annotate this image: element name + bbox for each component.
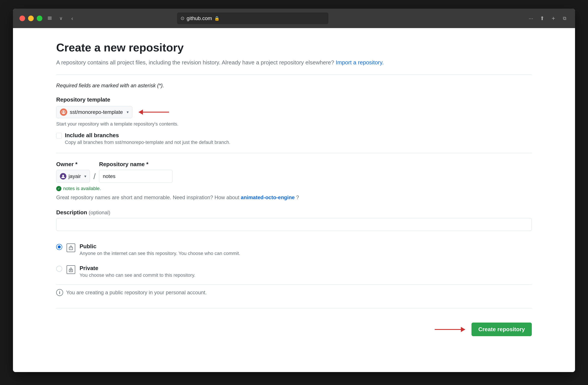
template-hint: Start your repository with a template re… bbox=[56, 121, 532, 127]
repo-name-input[interactable] bbox=[99, 170, 172, 183]
repo-name-label: Repository name * bbox=[99, 161, 172, 168]
suggestion-link[interactable]: animated-octo-engine bbox=[241, 194, 295, 200]
visibility-section: Public Anyone on the internet can see th… bbox=[56, 239, 532, 282]
owner-dropdown[interactable]: jayair ▾ bbox=[56, 170, 90, 183]
owner-label: Owner * bbox=[56, 161, 90, 168]
arrow-annotation-create bbox=[435, 329, 465, 330]
description-section: Description (optional) bbox=[56, 209, 532, 239]
template-section: Repository template sst/monorepo-templat… bbox=[56, 96, 532, 145]
url-text: github.com bbox=[187, 15, 212, 21]
availability-text: notes is available. bbox=[63, 186, 101, 191]
template-divider bbox=[56, 153, 532, 153]
required-note: Required fields are marked with an aster… bbox=[56, 82, 532, 89]
slash-divider: / bbox=[90, 170, 99, 183]
svg-point-10 bbox=[71, 270, 71, 271]
sidebar-toggle[interactable] bbox=[46, 15, 54, 22]
check-icon: ✓ bbox=[56, 186, 61, 191]
private-icon bbox=[67, 265, 75, 274]
optional-tag: (optional) bbox=[89, 210, 110, 215]
chevron-down-icon: ▾ bbox=[127, 110, 129, 115]
import-link[interactable]: Import a repository. bbox=[336, 59, 384, 66]
repo-name-field-group: Repository name * bbox=[99, 161, 172, 183]
include-branches-content: Include all branches Copy all branches f… bbox=[65, 132, 231, 145]
svg-point-5 bbox=[63, 111, 64, 112]
address-bar[interactable]: ⊙ github.com 🔒 bbox=[177, 13, 328, 24]
availability-message: ✓ notes is available. bbox=[56, 186, 532, 191]
template-selector-row: sst/monorepo-template ▾ bbox=[56, 106, 532, 118]
page-subtitle: A repository contains all project files,… bbox=[56, 58, 532, 67]
include-branches-checkbox[interactable] bbox=[56, 133, 62, 139]
page-content: Create a new repository A repository con… bbox=[13, 28, 575, 372]
svg-rect-0 bbox=[48, 17, 52, 17]
svg-point-6 bbox=[62, 175, 64, 177]
owner-name: jayair bbox=[68, 173, 81, 179]
minimize-button[interactable] bbox=[28, 16, 34, 21]
public-radio[interactable] bbox=[56, 244, 62, 250]
page-title: Create a new repository bbox=[56, 41, 532, 54]
public-option: Public Anyone on the internet can see th… bbox=[56, 239, 532, 261]
description-input[interactable] bbox=[56, 218, 532, 231]
template-org-icon bbox=[60, 108, 67, 116]
public-desc: Anyone on the internet can see this repo… bbox=[80, 251, 532, 256]
private-desc: You choose who can see and commit to thi… bbox=[80, 272, 532, 278]
template-name: sst/monorepo-template bbox=[70, 109, 123, 115]
more-options-icon[interactable]: ··· bbox=[527, 15, 535, 22]
private-radio[interactable] bbox=[56, 266, 62, 272]
include-branches-label: Include all branches bbox=[65, 132, 231, 139]
arrow-annotation-template bbox=[139, 112, 169, 113]
private-option: Private You choose who can see and commi… bbox=[56, 261, 532, 282]
svg-rect-3 bbox=[48, 19, 52, 20]
info-box: i You are creating a public repository i… bbox=[56, 284, 532, 300]
traffic-lights bbox=[20, 16, 42, 21]
create-row: Create repository bbox=[56, 316, 532, 336]
browser-toolbar: ∨ ‹ ⊙ github.com 🔒 ··· ⬆ + ⧉ bbox=[13, 9, 575, 28]
public-icon bbox=[67, 243, 75, 252]
private-content: Private You choose who can see and commi… bbox=[80, 265, 532, 278]
share-icon[interactable]: ⬆ bbox=[538, 15, 546, 22]
template-dropdown[interactable]: sst/monorepo-template ▾ bbox=[56, 106, 132, 118]
public-content: Public Anyone on the internet can see th… bbox=[80, 243, 532, 256]
include-branches-desc: Copy all branches from sst/monorepo-temp… bbox=[65, 140, 231, 145]
create-repository-button[interactable]: Create repository bbox=[471, 323, 532, 336]
maximize-button[interactable] bbox=[37, 16, 42, 21]
chevron-down-icon[interactable]: ∨ bbox=[57, 15, 65, 22]
github-favicon: ⊙ bbox=[181, 16, 184, 21]
browser-window: ∨ ‹ ⊙ github.com 🔒 ··· ⬆ + ⧉ Create a ne… bbox=[13, 9, 575, 372]
info-text: You are creating a public repository in … bbox=[66, 289, 207, 296]
public-title: Public bbox=[80, 243, 532, 250]
toolbar-right: ··· ⬆ + ⧉ bbox=[527, 15, 568, 22]
owner-avatar bbox=[60, 173, 66, 180]
owner-field-group: Owner * jayair ▾ bbox=[56, 161, 90, 183]
lock-icon: 🔒 bbox=[214, 16, 220, 21]
header-divider bbox=[56, 75, 532, 75]
info-icon: i bbox=[56, 289, 63, 296]
svg-rect-1 bbox=[48, 18, 52, 18]
new-tab-icon[interactable]: + bbox=[549, 15, 557, 22]
back-button[interactable]: ‹ bbox=[68, 15, 76, 22]
close-button[interactable] bbox=[20, 16, 25, 21]
private-title: Private bbox=[80, 265, 532, 272]
template-label: Repository template bbox=[56, 96, 532, 103]
owner-repo-row: Owner * jayair ▾ / Repository name * bbox=[56, 161, 532, 183]
include-branches-row: Include all branches Copy all branches f… bbox=[56, 132, 532, 145]
owner-chevron-icon: ▾ bbox=[84, 174, 86, 179]
svg-rect-2 bbox=[48, 18, 52, 19]
tabs-icon[interactable]: ⧉ bbox=[561, 15, 568, 22]
desc-label: Description (optional) bbox=[56, 209, 532, 216]
inspiration-text: Great repository names are short and mem… bbox=[56, 194, 532, 201]
